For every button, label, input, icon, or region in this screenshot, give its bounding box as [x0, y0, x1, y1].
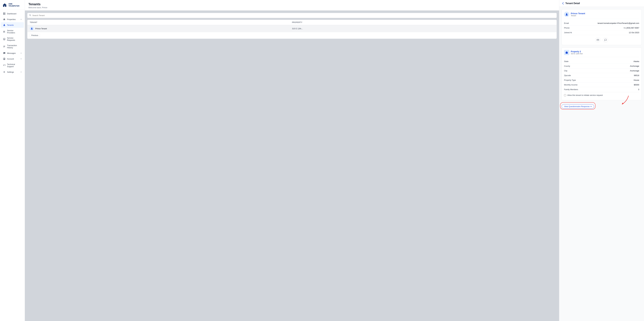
sidebar-nav: Dashboard Properties ▼ Tenants Service P… [0, 9, 25, 321]
city-value: Anchorage [630, 70, 639, 72]
sidebar-logo: OME TRUMPETER [0, 0, 25, 9]
service-request-label: Allow this tenant to initiate service re… [567, 94, 603, 96]
users-icon [3, 30, 6, 33]
svg-rect-13 [3, 65, 4, 66]
family-members-label: Family Members [564, 88, 578, 91]
logo-text: OME TRUMPETER [8, 3, 23, 7]
property-type-value: House [634, 79, 639, 81]
svg-rect-10 [3, 47, 4, 47]
column-tenant: Tenant [30, 21, 292, 23]
sidebar-item-tenants[interactable]: Tenants [1, 22, 24, 28]
city-row: City Anchorage [564, 68, 639, 73]
sidebar-item-label: Settings [7, 71, 14, 73]
questionnaire-button[interactable]: View Questionnaire Response ▾ [562, 104, 594, 109]
sidebar-item-service-requests[interactable]: Service Requests [1, 35, 24, 43]
table-row[interactable]: Prince Tenant 315 E 12th... [28, 25, 556, 32]
sidebar-item-technical-support[interactable]: Technical Support [1, 62, 24, 69]
svg-rect-21 [567, 53, 567, 54]
questionnaire-label: View Questionnaire Response [564, 105, 590, 107]
state-label: State [564, 60, 568, 62]
svg-rect-2 [4, 12, 5, 13]
sidebar-item-label: Dashboard [7, 12, 16, 15]
sidebar-item-properties[interactable]: Properties ▼ [1, 16, 24, 22]
property-name: Property 2 [571, 50, 583, 53]
tenant-info-card: Prince Tenant Tenant Email tenant.hometr… [562, 9, 642, 45]
sidebar: OME TRUMPETER Dashboard Properties ▼ Ten… [0, 0, 25, 321]
questionnaire-section: View Questionnaire Response ▾ [562, 103, 642, 109]
zipcode-label: Zipcode [564, 74, 571, 76]
main-body: Tenant Property Prince Tenant 315 E 12th… [25, 10, 559, 321]
chevron-down-icon: ▼ [20, 52, 22, 54]
zipcode-row: Zipcode 99518 [564, 73, 639, 78]
svg-point-17 [566, 13, 567, 14]
search-bar[interactable] [27, 13, 557, 18]
detail-title: Tenant Detail [565, 2, 580, 5]
sidebar-item-service-providers[interactable]: Service Providers [1, 28, 24, 35]
property-address: 315 E 12th Ave [571, 53, 583, 55]
logo-icon [2, 2, 7, 7]
email-action-button[interactable] [595, 37, 600, 42]
questionnaire-button-wrapper: View Questionnaire Response ▾ [562, 103, 594, 109]
sidebar-item-label: Properties [7, 18, 16, 20]
chevron-down-icon: ▼ [20, 18, 22, 20]
city-label: City [564, 70, 567, 72]
sidebar-item-account[interactable]: Account ▼ [1, 56, 24, 62]
sidebar-item-messages[interactable]: Messages ▼ [1, 50, 24, 56]
phone-label: Phone [564, 27, 570, 29]
sidebar-item-dashboard[interactable]: Dashboard [1, 11, 24, 16]
page-title: Tenants [28, 2, 556, 6]
home-icon [3, 18, 6, 21]
tenant-cell: Prince Tenant [30, 26, 292, 30]
svg-marker-22 [622, 103, 624, 105]
sidebar-item-label: Tenants [7, 24, 14, 26]
svg-rect-9 [3, 46, 5, 47]
tenant-name: Prince Tenant [35, 27, 47, 30]
message-action-button[interactable] [603, 37, 608, 42]
phone-row: Phone +1 (403) 667-5067 [564, 25, 639, 30]
page-subtitle: Welcome back, Prince [28, 6, 556, 9]
monthly-income-value: $5000 [634, 84, 639, 86]
svg-rect-8 [3, 46, 5, 46]
grid-icon [3, 12, 6, 15]
joined-label: Joined At [564, 31, 572, 34]
tenant-info-name: Prince Tenant [571, 12, 585, 15]
search-icon [29, 14, 31, 17]
sidebar-item-transaction-history[interactable]: Transaction History [1, 43, 24, 50]
prev-button[interactable]: Previous [30, 34, 40, 37]
user-icon [3, 24, 6, 26]
tenant-info-text: Prince Tenant Tenant [571, 12, 585, 17]
county-value: Anchorage [630, 65, 639, 67]
gear-icon [3, 71, 6, 73]
email-value: tenant.hometrumpeter+PriceTenant1@gmail.… [598, 22, 639, 24]
tenant-info-header: Prince Tenant Tenant [564, 12, 639, 19]
family-members-value: 3 [638, 88, 639, 91]
list-icon [3, 45, 6, 48]
action-buttons [564, 35, 639, 42]
phone-value: +1 (403) 667-5067 [624, 27, 639, 29]
svg-point-5 [4, 24, 5, 25]
property-card: Property 2 315 E 12th Ave State Alaska C… [562, 47, 642, 100]
family-members-row: Family Members 3 [564, 87, 639, 92]
svg-point-16 [31, 28, 32, 28]
chevron-down-icon: ▼ [20, 58, 22, 60]
svg-point-12 [4, 58, 5, 59]
svg-point-7 [4, 31, 5, 31]
service-request-checkbox[interactable] [564, 94, 566, 96]
monthly-income-row: Monthly Income $5000 [564, 82, 639, 87]
detail-panel: Tenant Detail Prince Tenant Tenant Email… [559, 0, 644, 321]
sidebar-item-label: Messages [7, 52, 16, 54]
sidebar-item-settings[interactable]: Settings ▼ [1, 69, 24, 75]
detail-header: Tenant Detail [559, 0, 644, 7]
message-icon [3, 52, 6, 54]
search-input[interactable] [32, 14, 555, 16]
sidebar-item-label: Service Providers [7, 29, 22, 34]
chevron-down-icon: ▼ [20, 71, 22, 73]
table-header: Tenant Property [28, 20, 556, 25]
monthly-income-label: Monthly Income [564, 84, 578, 86]
main-header: Tenants Welcome back, Prince [25, 0, 559, 10]
state-value: Alaska [634, 60, 639, 62]
property-cell: 315 E 12th... [292, 27, 554, 30]
back-button[interactable] [562, 2, 564, 4]
joined-row: Joined At 12 Oct 2023 [564, 30, 639, 35]
svg-rect-1 [3, 12, 4, 13]
